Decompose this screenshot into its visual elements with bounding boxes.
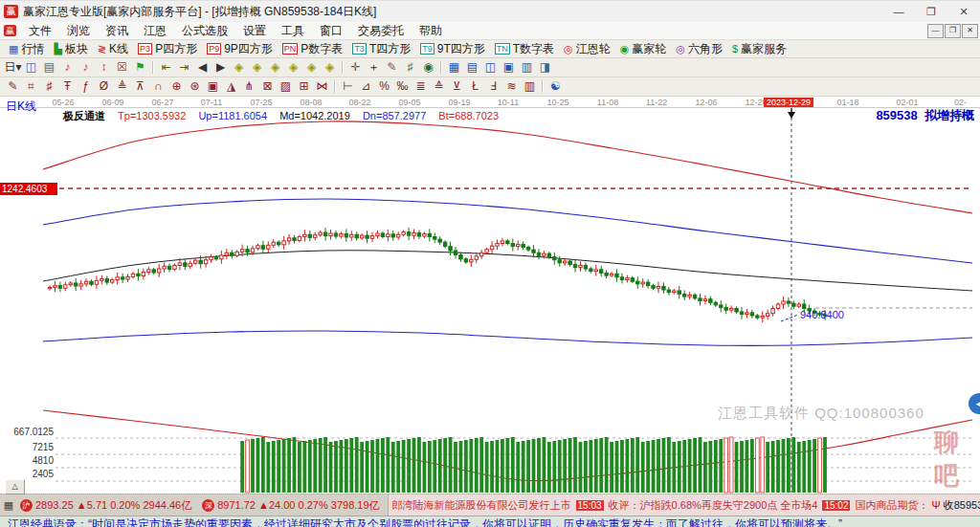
- tool-icon-5[interactable]: Ø: [95, 78, 113, 95]
- mdi-minimize-button[interactable]: —: [927, 24, 944, 38]
- tool-icon-10[interactable]: ⊛: [186, 78, 204, 95]
- tool-icon-26[interactable]: ▣: [500, 59, 518, 76]
- tool-icon-26[interactable]: Ⅎ: [484, 78, 502, 95]
- shanghai-index-quote[interactable]: 2893.25 ▲5.71 0.20% 2944.46亿: [35, 498, 191, 513]
- tool-icon-21[interactable]: ‰: [393, 78, 412, 95]
- close-button[interactable]: ✕: [947, 1, 980, 22]
- menu-item-0[interactable]: 文件: [21, 23, 59, 39]
- tool-icon-29[interactable]: ☯: [546, 78, 565, 95]
- tool-icon-27[interactable]: ≋: [502, 78, 521, 95]
- tool-icon-2[interactable]: ▤: [40, 59, 58, 76]
- menu-item-2[interactable]: 资讯: [98, 23, 136, 39]
- toolbar-button-赢家服务[interactable]: $赢家服务: [727, 41, 791, 56]
- tool-icon-16[interactable]: ⊞: [295, 78, 313, 95]
- tool-icon-6[interactable]: ≜: [113, 78, 131, 95]
- tool-icon-1[interactable]: ⌗: [22, 78, 40, 95]
- candle-body: [319, 232, 322, 235]
- tool-icon-3[interactable]: ♪: [58, 59, 77, 76]
- toolbar-button-P四方形[interactable]: P3P四方形: [133, 41, 202, 56]
- period-label[interactable]: 日K线: [6, 99, 36, 115]
- tool-icon-24[interactable]: ⊻: [448, 78, 466, 95]
- tool-icon-13[interactable]: ◈: [248, 59, 266, 76]
- restore-button[interactable]: ❐: [915, 1, 947, 22]
- tool-icon-25[interactable]: ◫: [481, 59, 500, 76]
- tool-icon-20[interactable]: %: [375, 78, 393, 95]
- kline-canvas[interactable]: [0, 97, 980, 494]
- toolbar-button-T四方形[interactable]: T3T四方形: [347, 41, 415, 56]
- tool-icon-14[interactable]: ⊠: [258, 78, 277, 95]
- tool-icon-12[interactable]: ◮: [222, 78, 240, 95]
- toolbar-button-六角形[interactable]: ◎六角形: [671, 41, 727, 56]
- tool-icon-3[interactable]: Ŧ: [58, 78, 77, 95]
- tool-icon-28[interactable]: ▥: [521, 78, 539, 95]
- toolbar-button-行情[interactable]: ▦行情: [4, 41, 49, 56]
- tool-icon-23[interactable]: ≙: [430, 78, 448, 95]
- menu-item-8[interactable]: 交易委托: [350, 23, 412, 39]
- tool-icon-7[interactable]: ⊼: [131, 78, 149, 95]
- tool-icon-8[interactable]: ⇤: [157, 59, 175, 76]
- tool-icon-1[interactable]: ◫: [22, 59, 40, 76]
- tool-icon-19[interactable]: ＋: [365, 59, 383, 76]
- chart-area[interactable]: 05-2606-0906-2707-1107-2508-0808-2209-05…: [0, 97, 980, 494]
- tool-icon-11[interactable]: ▶: [212, 59, 230, 76]
- toolbar-button-板块[interactable]: ▙板块: [49, 41, 92, 56]
- news-item-3: 国内商品期货：: [855, 498, 928, 513]
- tool-icon-9[interactable]: ⊕: [167, 78, 186, 95]
- tool-icon-16[interactable]: ◈: [302, 59, 321, 76]
- tool-icon-22[interactable]: ≣: [412, 78, 430, 95]
- tool-icon-12[interactable]: ◈: [230, 59, 248, 76]
- menu-item-4[interactable]: 公式选股: [174, 23, 235, 39]
- toolbar-button-江恩轮[interactable]: ◎江恩轮: [559, 41, 615, 56]
- tool-icon-18[interactable]: ⊢: [339, 78, 357, 95]
- tool-icon-17[interactable]: ◈: [321, 59, 339, 76]
- tool-icon-0[interactable]: 日▾: [4, 59, 22, 76]
- menu-item-9[interactable]: 帮助: [412, 23, 450, 39]
- tool-icon-21[interactable]: ♯: [401, 59, 419, 76]
- mdi-close-button[interactable]: ✕: [962, 24, 978, 38]
- pane-collapse-button[interactable]: △: [5, 479, 25, 494]
- tool-icon-2[interactable]: ♯: [40, 78, 58, 95]
- menu-item-6[interactable]: 工具: [274, 23, 312, 39]
- tool-icon-15[interactable]: ◈: [284, 59, 302, 76]
- tool-icon-22[interactable]: ◉: [419, 59, 437, 76]
- tool-icon-28[interactable]: ◨: [536, 59, 554, 76]
- tool-icon-19[interactable]: ⊿: [357, 78, 375, 95]
- mdi-restore-button[interactable]: ❐: [945, 24, 961, 38]
- toolbar-button-9P四方形[interactable]: P99P四方形: [202, 41, 278, 56]
- tool-icon-11[interactable]: ▣: [204, 78, 222, 95]
- tool-icon-8[interactable]: ∩: [149, 78, 167, 95]
- tool-icon-14[interactable]: ◈: [266, 59, 284, 76]
- menu-item-5[interactable]: 设置: [235, 23, 274, 39]
- toolbar-button-9T四方形[interactable]: T99T四方形: [415, 41, 490, 56]
- shenzhen-index-quote[interactable]: 8971.72 ▲24.00 0.27% 3798.19亿: [217, 498, 379, 513]
- tool-icon-13[interactable]: ⋔: [240, 78, 258, 95]
- toolbar-button-T数字表[interactable]: TNT数字表: [490, 41, 559, 56]
- tool-icon-6[interactable]: ☒: [113, 59, 131, 76]
- keyboard-icon[interactable]: ▦: [2, 499, 15, 512]
- tool-icon-25[interactable]: Ł: [466, 78, 484, 95]
- toolbar-button-K线[interactable]: ≷K线: [93, 41, 133, 56]
- tool-icon-18[interactable]: ✛: [346, 59, 365, 76]
- tool-icon-4[interactable]: ♪: [77, 59, 95, 76]
- tool-icon-4[interactable]: ƒ: [77, 78, 95, 95]
- tool-icon-17[interactable]: ⋈: [313, 78, 331, 95]
- tool-icon-5[interactable]: ↕: [95, 59, 113, 76]
- tool-icon-23[interactable]: ▦: [445, 59, 463, 76]
- menu-item-3[interactable]: 江恩: [136, 23, 174, 39]
- shanghai-index-icon[interactable]: 沪: [20, 499, 33, 512]
- menu-item-1[interactable]: 浏览: [59, 23, 98, 39]
- news-ticker[interactable]: 郎湾陆海新能源股份有限公司发行上市 15:03 收评：沪指跌0.68%再度失守2…: [388, 494, 980, 516]
- tool-icon-24[interactable]: ▤: [463, 59, 481, 76]
- toolbar-button-P数字表[interactable]: PNP数字表: [278, 41, 348, 56]
- tool-icon-7[interactable]: ⚑: [131, 59, 149, 76]
- tool-icon-20[interactable]: ✎: [383, 59, 401, 76]
- toolbar-button-赢家轮[interactable]: ◉赢家轮: [615, 41, 672, 56]
- tool-icon-15[interactable]: ▨: [277, 78, 295, 95]
- tool-icon-9[interactable]: ⇥: [175, 59, 193, 76]
- shenzhen-index-icon[interactable]: 深: [202, 499, 214, 512]
- tool-icon-27[interactable]: ▥: [518, 59, 536, 76]
- minimize-button[interactable]: —: [882, 1, 915, 22]
- tool-icon-0[interactable]: ✎: [4, 78, 22, 95]
- menu-item-7[interactable]: 窗口: [312, 23, 350, 39]
- tool-icon-10[interactable]: ◀: [193, 59, 212, 76]
